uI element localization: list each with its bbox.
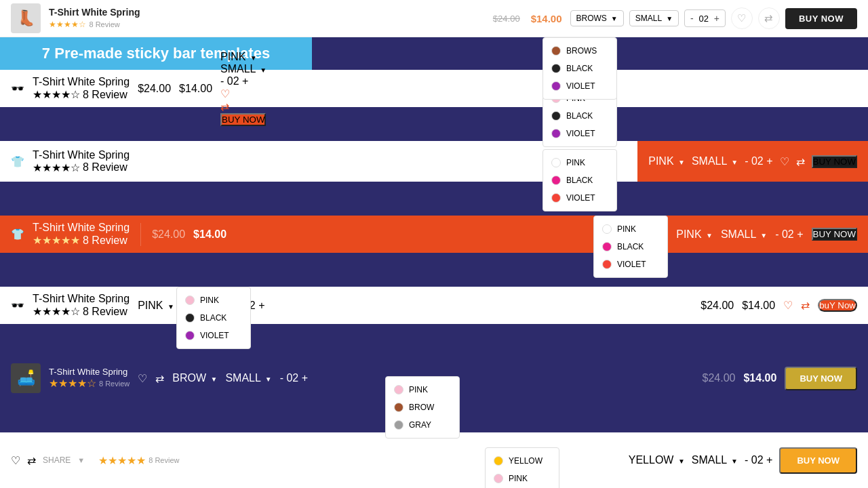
dropdown-item[interactable]: VIOLET	[543, 77, 616, 95]
size-dropdown-2[interactable]: SMALL ▼	[220, 63, 267, 75]
color-dropdown-2[interactable]: PINK ▼	[220, 51, 267, 63]
dropdown-item[interactable]: PINK	[594, 220, 667, 238]
dropdown-item[interactable]: PINK	[177, 291, 250, 309]
qty-minus-4[interactable]: -	[775, 228, 778, 240]
bar1-controls: BROWS ▼ SMALL ▼ - 02 + ♡ ⇄ BUY NOW	[570, 7, 857, 29]
qty-plus-6[interactable]: +	[302, 372, 308, 384]
dropdown-item[interactable]: BROW	[386, 399, 459, 416]
size-dropdown-6[interactable]: SMALL ▼	[225, 372, 271, 384]
buy-now-button-2[interactable]: BUY NOW	[220, 113, 266, 126]
product-info-2: T-Shirt White Spring ★★★★☆ 8 Review	[33, 76, 130, 101]
product-info-4: T-Shirt White Spring ★★★★★ 8 Review	[33, 222, 130, 247]
share-button-2[interactable]: ⇄	[220, 100, 267, 113]
chevron-down-icon: ▼	[611, 15, 618, 22]
stars-7-wrap: ★★★★★ 8 Review	[98, 454, 179, 467]
color-swatch-pink	[394, 385, 403, 394]
buy-now-button-3[interactable]: BUY NOW	[812, 155, 857, 168]
dropdown-item[interactable]: BLACK	[543, 171, 616, 189]
size-value-7: SMALL	[692, 454, 727, 466]
qty-plus-2[interactable]: +	[242, 75, 248, 87]
qty-minus-3[interactable]: -	[745, 155, 748, 167]
qty-plus-4[interactable]: +	[797, 228, 803, 240]
wishlist-button-7[interactable]: ♡	[11, 454, 20, 467]
wishlist-button-2[interactable]: ♡	[220, 87, 267, 100]
size-dropdown-4[interactable]: SMALL ▼	[721, 228, 767, 241]
chevron-down-icon: ▼	[250, 54, 257, 62]
share-button-7[interactable]: ⇄	[27, 454, 36, 467]
color-dropdown-5[interactable]: PINK ▼	[138, 300, 174, 312]
color-dropdown-1[interactable]: BROWS ▼	[570, 10, 624, 26]
color-value-5: PINK	[138, 300, 163, 311]
qty-minus-7[interactable]: -	[745, 454, 748, 466]
sticky-bar-7: ♡ ⇄ SHARE ▼ ★★★★★ 8 Review 👗 T-Shirt Whi…	[0, 432, 868, 488]
buy-now-button-5[interactable]: buY Now	[818, 299, 857, 312]
dropdown-item[interactable]: BLACK	[177, 309, 250, 327]
buy-now-button-7[interactable]: BUY NOW	[779, 447, 857, 474]
buy-now-button-1[interactable]: BUY NOW	[785, 8, 857, 29]
qty-plus-1[interactable]: +	[714, 13, 719, 24]
qty-value-1: 02	[698, 14, 710, 24]
sticky-bar-3: 👕 T-Shirt White Spring ★★★★☆ 8 Review PI…	[0, 141, 868, 182]
color-dropdown-4[interactable]: PINK ▼	[676, 228, 713, 241]
dropdown-item[interactable]: YELLOW	[486, 452, 559, 470]
dropdown-item[interactable]: BROWS	[543, 42, 616, 60]
qty-minus-6[interactable]: -	[280, 372, 283, 384]
color-swatch-violet	[185, 331, 195, 340]
qty-plus-7[interactable]: +	[766, 454, 772, 466]
dropdown-arrow-7: ▼	[77, 456, 85, 464]
size-dropdown-7[interactable]: SMALL ▼	[692, 454, 738, 466]
wishlist-button-3[interactable]: ♡	[780, 155, 789, 168]
price-new-5: $14.00	[742, 300, 775, 312]
sticky-bar-4: 👕 T-Shirt White Spring ★★★★★ 8 Review $2…	[0, 216, 868, 253]
wishlist-button-1[interactable]: ♡	[731, 7, 753, 29]
qty-value-6: 02	[286, 372, 298, 384]
review-count-7: 8 Review	[149, 456, 179, 464]
stars-2: ★★★★☆	[33, 88, 80, 101]
dropdown-item[interactable]: VIOLET	[543, 189, 616, 207]
dropdown-item[interactable]: PINK	[486, 470, 559, 487]
product-name-6: T-Shirt White Spring	[49, 367, 130, 377]
size-value-3: SMALL	[692, 155, 727, 167]
sticky-bar-1: 👢 T-Shirt White Spring ★★★★☆ 8 Review $2…	[0, 0, 868, 37]
dropdown-item[interactable]: BLACK	[543, 60, 616, 77]
color-dropdown-menu-7: YELLOW PINK YELLOW	[485, 447, 559, 488]
product-name-4: T-Shirt White Spring	[33, 222, 130, 234]
color-dropdown-menu-1: BROWS BLACK VIOLET	[542, 37, 617, 100]
qty-minus-2[interactable]: -	[220, 75, 224, 87]
color-swatch-black	[602, 242, 612, 251]
share-button-3[interactable]: ⇄	[796, 155, 805, 168]
dropdown-item[interactable]: BLACK	[543, 107, 616, 125]
color-value-2: PINK	[220, 51, 245, 62]
dropdown-item[interactable]: VIOLET	[543, 125, 616, 142]
color-dropdown-6[interactable]: BROW ▼	[172, 372, 217, 384]
dropdown-item[interactable]: PINK	[543, 154, 616, 171]
color-dropdown-7[interactable]: YELLOW ▼	[629, 454, 685, 466]
qty-plus-3[interactable]: +	[766, 155, 772, 167]
color-swatch-violet	[602, 260, 612, 269]
size-value-1: SMALL	[635, 14, 662, 23]
review-count-2: 8 Review	[83, 89, 127, 101]
buy-now-button-4[interactable]: BUY NOW	[812, 228, 857, 241]
dropdown-item[interactable]: VIOLET	[594, 256, 667, 273]
qty-minus-1[interactable]: -	[690, 13, 694, 24]
color-swatch-black	[185, 313, 195, 323]
color-label-black: BLACK	[566, 176, 593, 185]
share-button-1[interactable]: ⇄	[758, 7, 780, 29]
dropdown-item[interactable]: PINK	[386, 381, 459, 399]
wishlist-button-5[interactable]: ♡	[783, 299, 793, 312]
size-dropdown-3[interactable]: SMALL ▼	[692, 155, 738, 167]
qty-plus-5[interactable]: +	[258, 300, 264, 311]
dropdown-item[interactable]: GRAY	[386, 416, 459, 434]
dropdown-item[interactable]: VIOLET	[177, 327, 250, 344]
size-dropdown-1[interactable]: SMALL ▼	[629, 10, 679, 26]
chevron-down-icon: ▼	[265, 375, 272, 383]
product-image-6: 🛋️	[11, 363, 41, 393]
color-value-1: BROWS	[576, 14, 607, 23]
color-dropdown-3[interactable]: PINK ▼	[648, 155, 685, 167]
dropdown-item[interactable]: BLACK	[594, 238, 667, 256]
wishlist-button-6[interactable]: ♡	[138, 372, 147, 385]
share-button-5[interactable]: ⇄	[801, 299, 810, 312]
share-button-6[interactable]: ⇄	[155, 372, 164, 385]
quantity-control-4: - 02 +	[775, 228, 803, 241]
buy-now-button-6[interactable]: BUY NOW	[785, 367, 857, 390]
